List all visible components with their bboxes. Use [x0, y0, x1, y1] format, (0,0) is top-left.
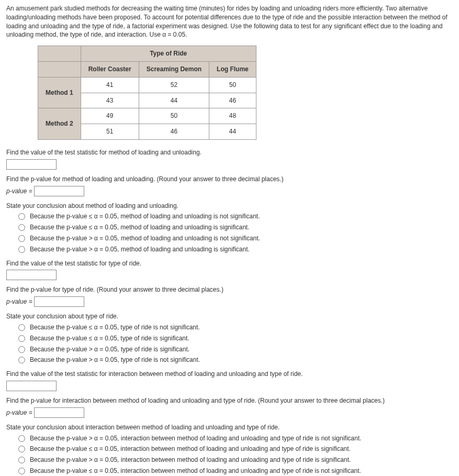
q1-option-label: Because the p-value > α = 0.05, method o…: [30, 234, 260, 243]
data-table: Type of Ride Roller Coaster Screaming De…: [38, 46, 256, 140]
q1-option-radio[interactable]: [18, 246, 25, 253]
q1-stat-input[interactable]: [6, 159, 57, 170]
problem-intro: An amusement park studied methods for de…: [6, 4, 453, 39]
table-cell: 50: [139, 108, 209, 124]
q3-pval-input[interactable]: [34, 407, 84, 418]
row-header: Method 1: [38, 77, 81, 108]
col-header: Screaming Demon: [139, 61, 209, 77]
q3-option-radio[interactable]: [18, 457, 25, 463]
table-cell: 48: [209, 108, 256, 124]
row-header: Method 2: [38, 108, 81, 140]
q2-option-label: Because the p-value ≤ α = 0.05, type of …: [30, 323, 200, 332]
table-cell: 46: [139, 124, 209, 140]
q2-option-label: Because the p-value ≤ α = 0.05, type of …: [30, 334, 189, 343]
q1-concl-prompt: State your conclusion about method of lo…: [6, 202, 453, 211]
q2-concl-prompt: State your conclusion about type of ride…: [6, 312, 453, 321]
col-header: Roller Coaster: [81, 61, 139, 77]
q2-pval-prompt: Find the p-value for type of ride. (Roun…: [6, 285, 453, 294]
q2-pval-input[interactable]: [34, 296, 84, 307]
q3-pval-prompt: Find the p-value for interaction between…: [6, 396, 453, 405]
q1-pval-input[interactable]: [34, 186, 84, 196]
q3-option-label: Because the p-value ≤ α = 0.05, interact…: [30, 445, 351, 453]
table-blank: [38, 61, 81, 77]
q3-stat-prompt: Find the value of the test statistic for…: [6, 370, 453, 379]
table-cell: 52: [139, 77, 209, 93]
table-cell: 41: [81, 77, 139, 93]
q1-option-label: Because the p-value > α = 0.05, method o…: [30, 245, 250, 254]
q3-concl-prompt: State your conclusion about interaction …: [6, 423, 453, 432]
q1-option-label: Because the p-value ≤ α = 0.05, method o…: [30, 223, 249, 232]
table-cell: 50: [209, 77, 256, 93]
q1-pval-prompt: Find the p-value for method of loading a…: [6, 175, 453, 184]
q2-stat-prompt: Find the value of the test statistic for…: [6, 259, 453, 268]
q2-option-radio[interactable]: [18, 346, 25, 353]
q2-pval-label: p-value =: [6, 298, 32, 305]
q2-stat-input[interactable]: [6, 270, 57, 280]
table-cell: 49: [81, 108, 139, 124]
q3-option-label: Because the p-value > α = 0.05, interact…: [30, 456, 351, 464]
q3-option-label: Because the p-value > α = 0.05, interact…: [30, 434, 361, 443]
q2-option-label: Because the p-value > α = 0.05, type of …: [30, 356, 200, 364]
table-cell: 46: [209, 93, 256, 108]
q1-option-radio[interactable]: [18, 224, 25, 231]
q3-option-radio[interactable]: [18, 468, 25, 474]
q2-option-label: Because the p-value > α = 0.05, type of …: [30, 345, 189, 354]
q3-stat-input[interactable]: [6, 381, 57, 391]
table-corner: [38, 46, 81, 62]
q3-option-radio[interactable]: [18, 446, 25, 452]
q2-option-radio[interactable]: [18, 324, 25, 331]
q1-option-radio[interactable]: [18, 213, 25, 220]
q1-option-label: Because the p-value ≤ α = 0.05, method o…: [30, 212, 260, 221]
table-superheader: Type of Ride: [81, 46, 256, 62]
table-cell: 51: [81, 124, 139, 140]
table-cell: 44: [139, 93, 209, 108]
col-header: Log Flume: [209, 61, 256, 77]
q1-pval-label: p-value =: [6, 187, 32, 195]
q3-pval-label: p-value =: [6, 409, 32, 416]
q2-option-radio[interactable]: [18, 357, 25, 363]
q3-option-radio[interactable]: [18, 435, 25, 442]
q1-option-radio[interactable]: [18, 235, 25, 242]
table-cell: 44: [209, 124, 256, 140]
q2-option-radio[interactable]: [18, 335, 25, 342]
q3-option-label: Because the p-value ≤ α = 0.05, interact…: [30, 467, 361, 475]
table-cell: 43: [81, 93, 139, 108]
q1-stat-prompt: Find the value of the test statistic for…: [6, 148, 453, 157]
